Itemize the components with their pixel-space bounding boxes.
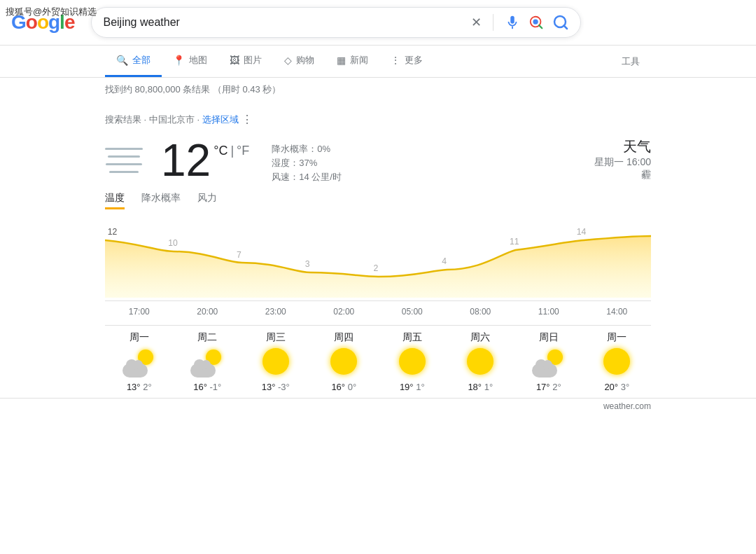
daily-day-5: 周六: [447, 331, 515, 344]
daily-temps-7: 20° 3°: [583, 382, 652, 392]
daily-day-1: 周二: [174, 331, 242, 344]
unit-separator: |: [230, 144, 234, 158]
daily-col-2[interactable]: 周三13° -3°: [241, 331, 310, 392]
time-6: 11:00: [514, 307, 583, 317]
svg-line-5: [564, 26, 568, 29]
daily-col-6[interactable]: 周日 17° 2°: [514, 331, 583, 392]
daily-col-1[interactable]: 周二 16° -1°: [174, 331, 242, 392]
daily-temps-0: 13° 2°: [105, 382, 174, 392]
search-input[interactable]: Beijing weather: [103, 16, 471, 29]
daily-col-7[interactable]: 周一20° 3°: [583, 331, 652, 392]
shopping-nav-icon: ◇: [284, 55, 292, 66]
chart-label-0: 12: [108, 227, 118, 237]
nav-tabs: 🔍 全部 📍 地图 🖼 图片 ◇ 购物 ▦ 新闻 ⋮ 更多 工具: [0, 46, 756, 78]
watermark: 搜狐号@外贸知识精选: [6, 6, 97, 18]
chart-tab-wind[interactable]: 风力: [197, 192, 217, 209]
source-line: 搜索结果 · 中国北京市 · 选择区域 ⋮: [105, 113, 651, 126]
chart-label-3: 3: [305, 259, 310, 269]
weather-details: 降水概率：0% 湿度：37% 风速：14 公里/时: [272, 143, 342, 183]
svg-line-3: [540, 25, 542, 28]
lens-search-button[interactable]: [528, 15, 544, 30]
weather-condition: 霾: [594, 169, 651, 181]
search-nav-icon: 🔍: [116, 55, 128, 66]
chart-svg: 12 10 7 3 2 4 11 14: [105, 221, 651, 298]
clear-search-button[interactable]: ✕: [471, 15, 482, 30]
more-options-icon[interactable]: ⋮: [241, 113, 253, 126]
time-5: 08:00: [447, 307, 515, 317]
chart-tab-precipitation[interactable]: 降水概率: [141, 192, 181, 209]
time-3: 02:00: [310, 307, 379, 317]
chart-label-4: 2: [373, 263, 378, 273]
hourly-times: 17:00 20:00 23:00 02:00 05:00 08:00 11:0…: [105, 300, 651, 317]
daily-icon-3: [327, 348, 360, 379]
chart-label-1: 10: [168, 238, 178, 248]
daily-temps-4: 19° 1°: [378, 382, 447, 392]
daily-col-5[interactable]: 周六18° 1°: [447, 331, 515, 392]
daily-temps-5: 18° 1°: [447, 382, 515, 392]
tab-images[interactable]: 🖼 图片: [218, 46, 273, 77]
select-region-link[interactable]: 选择区域: [202, 113, 239, 126]
daily-day-3: 周四: [310, 331, 379, 344]
svg-point-2: [533, 19, 538, 24]
daily-col-3[interactable]: 周四16° 0°: [310, 331, 379, 392]
search-bar: Beijing weather ✕: [91, 7, 581, 38]
daily-temps-6: 17° 2°: [514, 382, 583, 392]
wind-detail: 风速：14 公里/时: [272, 171, 342, 183]
humidity-detail: 湿度：37%: [272, 157, 342, 169]
daily-icon-4: [396, 348, 429, 379]
chart-label-7: 14: [577, 227, 587, 237]
temperature-unit: °C | °F: [214, 144, 249, 158]
daily-day-6: 周日: [514, 331, 583, 344]
daily-temps-3: 16° 0°: [310, 382, 379, 392]
daily-icon-6: [532, 348, 566, 379]
daily-icon-5: [463, 348, 497, 379]
daily-forecast: 周一 13° 2°周二 16° -1°周三13° -3°周四16° 0°周五19…: [105, 325, 651, 392]
time-2: 23:00: [241, 307, 310, 317]
temperature-value: 12: [161, 138, 211, 183]
weather-main: 12 °C | °F 降水概率：0% 湿度：37% 风速：14 公里/时 天气 …: [105, 137, 651, 183]
chart-tab-temperature[interactable]: 温度: [105, 192, 125, 209]
temperature-display: 12 °C | °F: [161, 138, 249, 183]
daily-col-4[interactable]: 周五19° 1°: [378, 331, 447, 392]
tab-maps[interactable]: 📍 地图: [162, 46, 218, 77]
tab-more[interactable]: ⋮ 更多: [379, 46, 434, 77]
temperature-chart: 12 10 7 3 2 4 11 14: [105, 221, 651, 298]
chart-label-6: 11: [510, 237, 519, 247]
precipitation-detail: 降水概率：0%: [272, 143, 342, 155]
weather-right: 天气 星期一 16:00 霾: [594, 137, 651, 181]
tools-button[interactable]: 工具: [610, 47, 651, 76]
tab-news[interactable]: ▦ 新闻: [326, 46, 379, 77]
daily-day-2: 周三: [241, 331, 310, 344]
daily-icon-2: [259, 348, 293, 379]
celsius-unit: °C: [214, 144, 227, 158]
weather-left: 12 °C | °F 降水概率：0% 湿度：37% 风速：14 公里/时: [105, 137, 342, 183]
time-7: 14:00: [583, 307, 652, 317]
chart-label-5: 4: [442, 256, 447, 266]
time-4: 05:00: [378, 307, 447, 317]
daily-day-0: 周一: [105, 331, 174, 344]
daily-icon-0: [122, 348, 156, 379]
chart-tabs: 温度 降水概率 风力: [105, 192, 651, 209]
haze-weather-icon: [105, 138, 150, 183]
time-0: 17:00: [105, 307, 174, 317]
mic-icon: [505, 15, 520, 30]
header: Google Beijing weather ✕: [0, 0, 756, 46]
search-button[interactable]: [552, 14, 569, 31]
chart-label-2: 7: [237, 250, 241, 260]
tab-all[interactable]: 🔍 全部: [105, 46, 162, 77]
image-nav-icon: 🖼: [230, 55, 239, 66]
daily-temps-1: 16° -1°: [174, 382, 242, 392]
daily-day-4: 周五: [378, 331, 447, 344]
results-info: 找到约 80,800,000 条结果 （用时 0.43 秒）: [0, 78, 756, 102]
footer-link[interactable]: weather.com: [0, 398, 756, 414]
news-nav-icon: ▦: [337, 55, 346, 66]
daily-col-0[interactable]: 周一 13° 2°: [105, 331, 174, 392]
tab-shopping[interactable]: ◇ 购物: [273, 46, 326, 77]
daily-temps-2: 13° -3°: [241, 382, 310, 392]
fahrenheit-unit: °F: [237, 144, 249, 158]
time-1: 20:00: [174, 307, 242, 317]
daily-day-7: 周一: [583, 331, 652, 344]
voice-search-button[interactable]: [505, 15, 520, 30]
more-nav-icon: ⋮: [391, 55, 400, 66]
weather-time: 星期一 16:00: [594, 156, 651, 169]
